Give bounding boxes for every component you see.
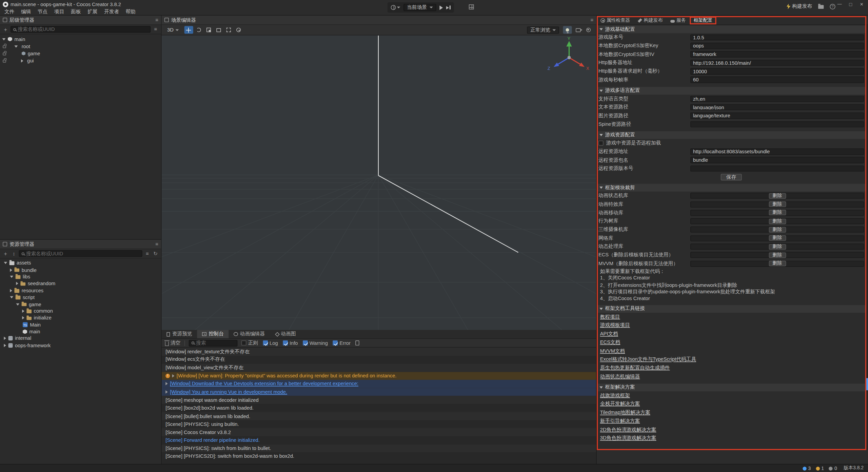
console-log-row[interactable]: [Scene] Cocos Creator v3.8.2 <box>162 428 596 436</box>
console-log-row[interactable]: [Scene] [bullet]:bullet wasm lib loaded. <box>162 412 596 420</box>
filter-toggle[interactable]: Log <box>263 340 278 346</box>
remote-load-checkbox[interactable] <box>598 141 604 146</box>
text-input[interactable]: bundle <box>690 157 864 163</box>
inspector-tab[interactable]: 框架配置 <box>690 17 716 24</box>
text-input[interactable]: framework <box>690 51 864 58</box>
solution-link[interactable]: 2D角色扮演游戏解决方案 <box>600 426 656 433</box>
text-input[interactable]: language/texture <box>690 113 864 119</box>
console-log-row[interactable]: [Scene] [PHYSICS]: using builtin. <box>162 420 596 428</box>
console-log-row[interactable]: [Window] model_view文件夹不存在 <box>162 364 596 372</box>
hierarchy-node[interactable]: main <box>0 35 161 42</box>
section-header-basic[interactable]: 游戏基础配置 <box>597 25 866 33</box>
text-input[interactable] <box>690 121 864 127</box>
scene-select[interactable]: 当前场景 <box>403 4 436 11</box>
checkbox-icon[interactable] <box>263 340 268 346</box>
inspector-tab[interactable]: 属性检查器 <box>597 17 634 24</box>
doc-link[interactable]: API文档 <box>600 330 618 337</box>
text-input[interactable]: zh,en <box>690 96 864 102</box>
menu-item[interactable]: 节点 <box>34 8 51 15</box>
text-input[interactable]: 1.0.5 <box>690 34 864 41</box>
text-input[interactable]: 60 <box>690 77 864 83</box>
view-mode-select[interactable]: 正常浏览 <box>527 26 559 34</box>
doc-link[interactable]: 动画状态机编辑器 <box>600 373 640 380</box>
tool-button[interactable] <box>214 26 223 34</box>
console-log-row[interactable]: [Scene] [PHYSICS]: switch from builtin t… <box>162 444 596 452</box>
solution-link[interactable]: 新手引导解决方案 <box>600 417 640 425</box>
text-input[interactable] <box>690 165 864 172</box>
delete-button[interactable]: 删除 <box>769 235 786 241</box>
checkbox-icon[interactable] <box>241 340 246 346</box>
open-project-folder-icon[interactable] <box>818 5 824 9</box>
doc-link[interactable]: ECS文档 <box>600 339 620 346</box>
console-tab[interactable]: 动画图 <box>270 330 301 338</box>
console-tab[interactable]: 动画编辑器 <box>229 330 270 338</box>
panel-menu-icon[interactable] <box>155 241 158 247</box>
doc-link[interactable]: 原生包热更新配置自动生成插件 <box>600 365 670 372</box>
hierarchy-node[interactable]: root <box>0 43 161 50</box>
assets-filter-button[interactable] <box>144 250 151 257</box>
doc-link[interactable]: Excel格式转Json文件与TypeScript代码工具 <box>600 356 696 363</box>
add-node-button[interactable] <box>2 26 9 33</box>
expand-chevron-icon[interactable] <box>4 337 6 340</box>
delete-button[interactable]: 删除 <box>769 193 786 198</box>
add-asset-button[interactable] <box>2 250 9 257</box>
lock-icon[interactable] <box>3 60 6 62</box>
expand-chevron-icon[interactable] <box>16 282 18 286</box>
tool-button[interactable] <box>204 26 213 34</box>
asset-item[interactable]: assets <box>0 260 161 267</box>
tool-button[interactable] <box>224 26 233 34</box>
asset-item[interactable]: libs <box>0 273 161 280</box>
asset-item[interactable]: seedrandom <box>0 280 161 287</box>
asset-item[interactable]: initialize <box>0 315 161 321</box>
axis-gizmo[interactable]: Y X Z <box>548 36 589 71</box>
checkbox-icon[interactable] <box>283 340 288 346</box>
solution-link[interactable]: 3D角色扮演游戏解决方案 <box>600 435 656 442</box>
assets-search-input[interactable]: 搜索名称或UUID <box>19 250 142 257</box>
delete-button[interactable]: 删除 <box>769 210 786 215</box>
delete-button[interactable]: 删除 <box>769 252 786 258</box>
expand-chevron-icon[interactable] <box>172 374 175 378</box>
expand-chevron-icon[interactable] <box>4 344 6 347</box>
solution-link[interactable]: 战旗游戏框架 <box>600 392 630 399</box>
section-header-language[interactable]: 游戏多语言配置 <box>597 87 866 95</box>
text-input[interactable]: language/json <box>690 104 864 111</box>
hierarchy-node[interactable]: gui <box>0 57 161 64</box>
checkbox-icon[interactable] <box>303 340 308 346</box>
console-log-row[interactable]: [Scene] [box2d]:box2d wasm lib loaded. <box>162 404 596 412</box>
scrollbar-thumb[interactable] <box>866 378 868 390</box>
refresh-assets-button[interactable] <box>152 250 159 257</box>
menu-item[interactable]: 文件 <box>1 8 18 15</box>
asset-item[interactable]: oops-framework <box>0 342 161 349</box>
hierarchy-filter-button[interactable] <box>152 26 159 33</box>
hierarchy-search-input[interactable]: 搜索名称或UUID <box>11 26 151 33</box>
scrollbar[interactable] <box>866 25 868 449</box>
doc-link[interactable]: MVVM文档 <box>600 348 625 355</box>
inspector-tab[interactable]: 服务 <box>667 17 690 24</box>
expand-chevron-icon[interactable] <box>10 276 13 278</box>
expand-chevron-icon[interactable] <box>22 316 24 320</box>
expand-chevron-icon[interactable] <box>22 310 24 313</box>
tool-button[interactable] <box>184 26 193 34</box>
dimension-toggle[interactable]: 3D <box>165 27 181 33</box>
menu-item[interactable]: 帮助 <box>122 8 139 15</box>
filter-toggle[interactable]: Error <box>333 340 351 346</box>
filter-toggle[interactable]: Warning <box>303 340 328 346</box>
console-log-row[interactable]: [Window] ecs文件夹不存在 <box>162 356 596 364</box>
tool-button[interactable] <box>234 26 243 34</box>
asset-item[interactable]: Main <box>0 321 161 328</box>
asset-item[interactable]: bundle <box>0 267 161 273</box>
asset-item[interactable]: common <box>0 308 161 314</box>
console-search-input[interactable]: 搜索 <box>189 340 238 347</box>
text-input[interactable]: 10000 <box>690 68 864 75</box>
delete-button[interactable]: 删除 <box>769 201 786 207</box>
solution-link[interactable]: Tiledmap地图解决方案 <box>600 409 650 416</box>
tool-button[interactable] <box>194 26 203 34</box>
lock-icon[interactable] <box>3 52 6 55</box>
warning-count[interactable]: 1 <box>816 466 824 471</box>
console-log-row[interactable]: [Window] render_texture文件夹不存在 <box>162 348 596 356</box>
delete-button[interactable]: 删除 <box>769 244 786 249</box>
grid-view-icon[interactable] <box>469 4 474 9</box>
filter-toggle[interactable]: 正则 <box>241 339 258 347</box>
expand-chevron-icon[interactable] <box>10 268 12 272</box>
section-header-solutions[interactable]: 框架解决方案 <box>597 383 866 391</box>
